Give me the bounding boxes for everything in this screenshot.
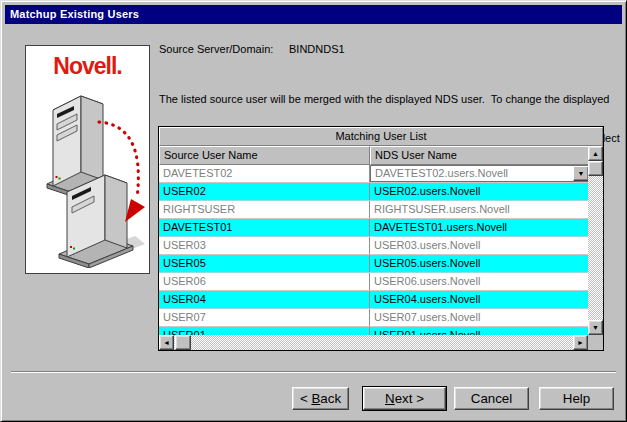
- nds-user-name-cell[interactable]: USER03.users.Novell ▼: [370, 237, 590, 254]
- nds-user-name-cell[interactable]: RIGHTSUSER.users.Novell ▼: [370, 201, 590, 218]
- source-user-name-cell: USER06: [159, 273, 370, 290]
- source-user-name-cell: DAVETEST01: [159, 219, 370, 236]
- novell-logo: Novell.: [26, 53, 149, 80]
- dropdown-icon: ▼: [578, 170, 585, 177]
- nds-user-name-value: RIGHTSUSER.users.Novell: [374, 203, 510, 215]
- matching-user-list-grid: Matching User List Source User Name NDS …: [158, 126, 604, 351]
- window-title: Matchup Existing Users: [10, 8, 139, 20]
- scroll-right-icon: ►: [577, 339, 584, 346]
- source-server-label: Source Server/Domain:: [159, 43, 273, 55]
- source-user-name-cell: USER04: [159, 291, 370, 308]
- grid-title: Matching User List: [159, 127, 603, 146]
- horizontal-scrollbar[interactable]: ◄ ►: [159, 335, 588, 350]
- title-bar[interactable]: Matchup Existing Users: [5, 5, 622, 24]
- branding-panel: Novell.: [25, 45, 150, 274]
- nds-user-name-value: USER07.users.Novell: [374, 311, 480, 323]
- nds-user-name-cell[interactable]: DAVETEST01.users.Novell ▼: [370, 219, 590, 236]
- table-row[interactable]: DAVETEST01 DAVETEST01.users.Novell ▼: [159, 219, 590, 237]
- scroll-left-icon: ◄: [163, 339, 170, 346]
- table-row[interactable]: RIGHTSUSER RIGHTSUSER.users.Novell ▼: [159, 201, 590, 219]
- nds-user-name-value: DAVETEST02.users.Novell: [375, 167, 508, 179]
- back-button-label: <: [300, 391, 312, 406]
- nds-user-name-cell[interactable]: USER02.users.Novell ▼: [370, 183, 590, 200]
- server-migration-illustration: [27, 80, 148, 268]
- column-header-source-user-name[interactable]: Source User Name: [159, 146, 370, 165]
- table-row[interactable]: USER02 USER02.users.Novell ▼: [159, 183, 590, 201]
- table-row[interactable]: USER07 USER07.users.Novell ▼: [159, 309, 590, 327]
- scroll-up-button[interactable]: ▲: [588, 146, 603, 161]
- table-row[interactable]: USER06 USER06.users.Novell ▼: [159, 273, 590, 291]
- scrollbar-corner: [588, 335, 603, 350]
- grid-rows: DAVETEST02 DAVETEST02.users.Novell ▼ USE…: [159, 165, 590, 337]
- nds-user-name-value: DAVETEST01.users.Novell: [374, 221, 507, 233]
- scroll-right-button[interactable]: ►: [573, 335, 588, 350]
- nds-user-name-cell[interactable]: USER07.users.Novell ▼: [370, 309, 590, 326]
- divider-line: [11, 371, 616, 373]
- cancel-button[interactable]: Cancel: [454, 387, 529, 410]
- nds-user-name-value: USER04.users.Novell: [374, 293, 480, 305]
- nds-user-name-value: USER03.users.Novell: [374, 239, 480, 251]
- scroll-up-icon: ▲: [592, 150, 599, 157]
- vertical-scrollbar[interactable]: ▲ ▼: [588, 146, 603, 335]
- nds-user-name-cell[interactable]: DAVETEST02.users.Novell ▼: [370, 165, 590, 182]
- table-row[interactable]: USER05 USER05.users.Novell ▼: [159, 255, 590, 273]
- dialog-window: Matchup Existing Users Novell.: [0, 0, 627, 422]
- nds-user-name-cell[interactable]: USER05.users.Novell ▼: [370, 255, 590, 272]
- horizontal-scrollbar-thumb[interactable]: [175, 335, 191, 350]
- back-button[interactable]: < Back: [292, 387, 349, 410]
- table-row[interactable]: DAVETEST02 DAVETEST02.users.Novell ▼: [159, 165, 590, 183]
- source-user-name-cell: USER03: [159, 237, 370, 254]
- table-row[interactable]: USER04 USER04.users.Novell ▼: [159, 291, 590, 309]
- dropdown-button[interactable]: ▼: [573, 166, 589, 181]
- source-user-name-cell: USER07: [159, 309, 370, 326]
- scroll-down-button[interactable]: ▼: [588, 320, 603, 335]
- source-user-name-cell: RIGHTSUSER: [159, 201, 370, 218]
- vertical-scrollbar-thumb[interactable]: [588, 161, 603, 176]
- help-button[interactable]: Help: [539, 387, 614, 410]
- source-user-name-cell: USER02: [159, 183, 370, 200]
- description-line: The listed source user will be merged wi…: [159, 93, 620, 106]
- source-user-name-cell: USER05: [159, 255, 370, 272]
- table-row[interactable]: USER03 USER03.users.Novell ▼: [159, 237, 590, 255]
- nds-user-name-value: USER05.users.Novell: [374, 257, 480, 269]
- next-button[interactable]: Next >: [363, 387, 446, 410]
- nds-user-name-value: USER02.users.Novell: [374, 185, 480, 197]
- nds-user-name-cell[interactable]: USER06.users.Novell ▼: [370, 273, 590, 290]
- nds-user-name-value: USER06.users.Novell: [374, 275, 480, 287]
- scroll-down-icon: ▼: [592, 324, 599, 331]
- scroll-left-button[interactable]: ◄: [159, 335, 174, 350]
- column-header-nds-user-name[interactable]: NDS User Name: [370, 146, 590, 165]
- source-server-value: BINDNDS1: [289, 43, 345, 55]
- source-user-name-cell: DAVETEST02: [159, 165, 370, 182]
- nds-user-name-cell[interactable]: USER04.users.Novell ▼: [370, 291, 590, 308]
